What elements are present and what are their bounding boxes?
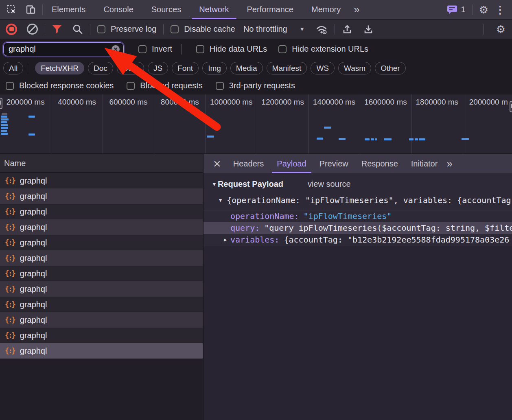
timeline-tick: 1800000 ms: [411, 94, 463, 153]
payload-key: operationName:: [230, 211, 299, 221]
waterfall-bar: [375, 138, 377, 140]
network-settings-gear-icon[interactable]: ⚙: [496, 24, 505, 35]
request-name: graphql: [20, 284, 47, 294]
request-row[interactable]: {:}graphql: [0, 188, 203, 204]
tab-preview[interactable]: Preview: [313, 154, 355, 173]
section-title: Request Payload: [218, 179, 283, 189]
disable-cache-checkbox[interactable]: Disable cache: [171, 24, 235, 34]
more-tabs-icon[interactable]: »: [350, 0, 363, 19]
type-filter-font[interactable]: Font: [172, 62, 199, 74]
filter-funnel-icon[interactable]: [52, 24, 62, 34]
json-icon: {:}: [5, 254, 15, 262]
checkbox: [196, 45, 204, 53]
settings-gear-icon[interactable]: ⚙: [479, 4, 488, 15]
hide-extension-urls-label: Hide extension URLs: [292, 44, 368, 54]
type-filter-fetch-xhr[interactable]: Fetch/XHR: [35, 62, 84, 74]
expand-icon[interactable]: ▼: [212, 181, 217, 187]
type-filter-all[interactable]: All: [3, 62, 23, 74]
filter-input[interactable]: graphql: [3, 42, 124, 56]
request-name: graphql: [20, 315, 47, 325]
tab-headers[interactable]: Headers: [227, 154, 271, 173]
timeline-right-handle[interactable]: [510, 101, 512, 112]
payload-key: query:: [230, 223, 260, 233]
close-icon[interactable]: ×: [208, 154, 227, 173]
request-row[interactable]: {:}graphql: [0, 297, 203, 312]
tab-payload[interactable]: Payload: [270, 154, 313, 173]
tab-response[interactable]: Response: [355, 154, 405, 173]
type-filter-img[interactable]: Img: [202, 62, 227, 74]
devtools-window: Elements Console Sources Network Perform…: [0, 0, 512, 420]
type-filter-js[interactable]: JS: [148, 62, 168, 74]
request-row[interactable]: {:}graphql: [0, 266, 203, 281]
tab-sources[interactable]: Sources: [142, 0, 190, 19]
request-row[interactable]: {:}graphql: [0, 312, 203, 328]
tab-initiator[interactable]: Initiator: [405, 154, 444, 173]
clear-filter-icon[interactable]: [111, 45, 120, 54]
request-row[interactable]: {:}graphql: [0, 235, 203, 250]
collapse-icon[interactable]: ▶: [224, 234, 227, 246]
payload-row-operation-name[interactable]: operationName:"ipFlowTimeseries": [203, 210, 512, 222]
type-filter-manifest[interactable]: Manifest: [267, 62, 307, 74]
payload-row-query[interactable]: query:"query ipFlowTimeseries($accountTa…: [203, 222, 512, 234]
timeline-grid: 200000 ms 400000 ms 600000 ms 800000 ms …: [0, 94, 512, 153]
record-network-log-icon[interactable]: [6, 24, 17, 35]
type-filter-css[interactable]: CSS: [117, 62, 144, 74]
tab-elements[interactable]: Elements: [43, 0, 94, 19]
network-conditions-icon[interactable]: [315, 24, 328, 35]
device-toolbar-icon[interactable]: [25, 4, 37, 15]
tab-memory[interactable]: Memory: [302, 0, 350, 19]
type-filter-other[interactable]: Other: [375, 62, 406, 74]
expand-icon[interactable]: ▼: [219, 197, 222, 203]
request-row[interactable]: {:}graphql: [0, 328, 203, 343]
request-row-selected[interactable]: {:}graphql: [0, 343, 203, 359]
tab-console[interactable]: Console: [94, 0, 142, 19]
export-har-icon[interactable]: [363, 24, 374, 35]
checkbox: [216, 82, 224, 90]
more-detail-tabs-icon[interactable]: »: [444, 154, 455, 173]
waterfall-bar: [207, 136, 214, 138]
payload-summary-row[interactable]: ▼ {operationName: "ipFlowTimeseries", va…: [203, 190, 512, 208]
request-row[interactable]: {:}graphql: [0, 281, 203, 297]
waterfall-bar: [1, 133, 8, 135]
name-column-header[interactable]: Name: [0, 154, 203, 173]
hide-extension-urls-checkbox[interactable]: Hide extension URLs: [278, 44, 368, 54]
request-row[interactable]: {:}graphql: [0, 173, 203, 188]
preserve-log-checkbox[interactable]: Preserve log: [97, 24, 156, 34]
search-icon[interactable]: [72, 24, 83, 35]
issues-counter[interactable]: 1: [447, 5, 466, 15]
invert-checkbox[interactable]: Invert: [138, 44, 172, 54]
tab-network[interactable]: Network: [190, 0, 238, 19]
timeline-left-handle[interactable]: [0, 98, 2, 109]
timeline-tick: 2000000 m: [463, 94, 512, 153]
hide-data-urls-checkbox[interactable]: Hide data URLs: [196, 44, 267, 54]
view-source-link[interactable]: view source: [308, 179, 351, 189]
request-row[interactable]: {:}graphql: [0, 250, 203, 266]
type-filter-ws[interactable]: WS: [311, 62, 335, 74]
third-party-requests-checkbox[interactable]: 3rd-party requests: [216, 81, 295, 90]
blocked-requests-checkbox[interactable]: Blocked requests: [127, 81, 202, 90]
checkbox: [127, 82, 135, 90]
network-overview-timeline[interactable]: 200000 ms 400000 ms 600000 ms 800000 ms …: [0, 94, 512, 154]
type-filter-media[interactable]: Media: [230, 62, 263, 74]
request-row[interactable]: {:}graphql: [0, 204, 203, 219]
waterfall-bar: [1, 127, 8, 129]
divider: [163, 24, 164, 35]
request-row[interactable]: {:}graphql: [0, 219, 203, 235]
clear-network-log-icon[interactable]: [27, 24, 38, 35]
checkbox: [171, 25, 179, 33]
type-filter-wasm[interactable]: Wasm: [338, 62, 371, 74]
request-name: graphql: [20, 207, 47, 217]
import-har-icon[interactable]: [342, 24, 352, 35]
kebab-menu-icon[interactable]: ⋮: [495, 4, 505, 15]
blocked-response-cookies-checkbox[interactable]: Blocked response cookies: [6, 81, 114, 90]
tab-performance[interactable]: Performance: [238, 0, 303, 19]
inspect-element-icon[interactable]: [7, 4, 17, 15]
waterfall-bar: [462, 138, 469, 140]
json-icon: {:}: [5, 285, 15, 293]
waterfall-bar: [1, 124, 8, 126]
payload-row-variables[interactable]: ▶ variables:{accountTag: "b12e3b2192ee55…: [203, 234, 512, 246]
type-filter-doc[interactable]: Doc: [88, 62, 113, 74]
request-name: graphql: [20, 238, 47, 247]
payload-value: "query ipFlowTimeseries($accountTag: str…: [264, 223, 512, 233]
throttling-dropdown[interactable]: No throttling ▼: [243, 24, 305, 34]
